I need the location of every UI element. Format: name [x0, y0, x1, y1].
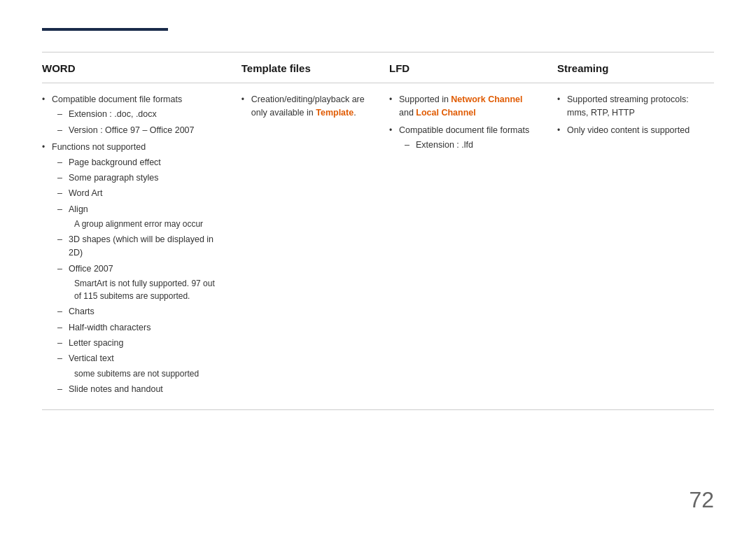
list-item: Compatible document file formats Extensi… — [42, 93, 219, 137]
top-bar-accent — [42, 28, 168, 31]
list-item: Compatible document file formats Extensi… — [389, 124, 535, 153]
office-note: SmartArt is not fully supported. 97 out … — [74, 277, 219, 302]
vertical-note: some subitems are not supported — [74, 367, 219, 380]
list-item: Creation/editing/playback are only avail… — [241, 93, 367, 120]
header-streaming: Streaming — [546, 52, 714, 83]
lfd-cell: Supported in Network Channel and Local C… — [378, 83, 546, 410]
header-template: Template files — [230, 52, 378, 83]
list-item: Functions not supported Page background … — [42, 141, 219, 396]
list-item: Letter spacing — [57, 337, 219, 350]
align-note: A group alignment error may occur — [74, 218, 219, 230]
list-item: Half-width characters — [57, 321, 219, 335]
content-table: WORD Template files LFD Streaming Compat… — [42, 52, 714, 410]
list-item: 3D shapes (which will be displayed in 2D… — [57, 233, 219, 260]
streaming-cell: Supported streaming protocols: mms, RTP,… — [546, 83, 714, 410]
list-item: Extension : .lfd — [405, 139, 535, 152]
list-item: Only video content is supported — [557, 124, 703, 137]
list-item: Vertical text some subitems are not supp… — [57, 352, 219, 379]
list-item: Some paragraph styles — [57, 171, 219, 185]
list-item: Supported in Network Channel and Local C… — [389, 93, 535, 120]
list-item: Office 2007 SmartArt is not fully suppor… — [57, 262, 219, 302]
list-item: Version : Office 97 – Office 2007 — [57, 124, 219, 137]
list-item: Slide notes and handout — [57, 383, 219, 396]
word-cell: Compatible document file formats Extensi… — [42, 83, 230, 410]
list-item: Supported streaming protocols: mms, RTP,… — [557, 93, 703, 120]
list-item: Word Art — [57, 187, 219, 200]
list-item: Extension : .doc, .docx — [57, 108, 219, 121]
header-word: WORD — [42, 52, 230, 83]
page-number: 72 — [689, 487, 714, 513]
template-cell: Creation/editing/playback are only avail… — [230, 83, 378, 410]
header-lfd: LFD — [378, 52, 546, 83]
page-container: WORD Template files LFD Streaming Compat… — [0, 0, 756, 534]
list-item: Page background effect — [57, 156, 219, 169]
list-item: Charts — [57, 305, 219, 318]
list-item: Align A group alignment error may occur — [57, 203, 219, 230]
